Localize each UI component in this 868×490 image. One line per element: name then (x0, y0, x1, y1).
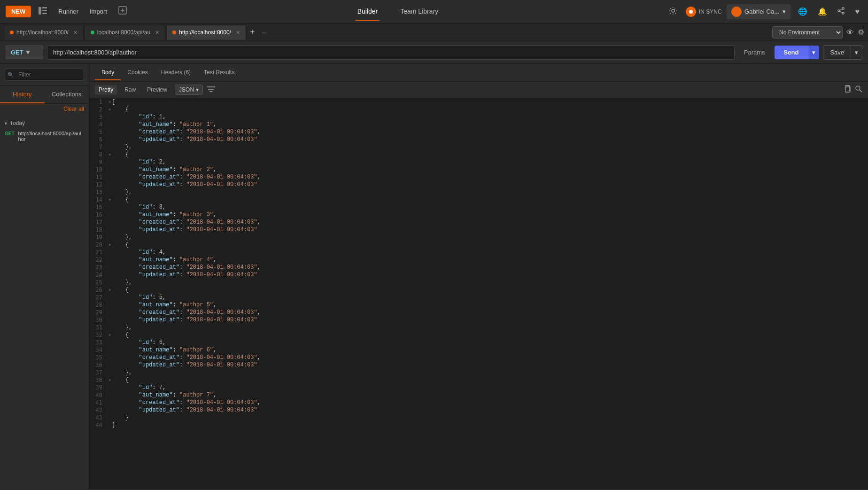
save-dropdown-button[interactable]: ▾ (851, 45, 862, 60)
settings-icon-button[interactable] (665, 4, 681, 19)
share-icon-button[interactable] (835, 5, 848, 18)
sidebar: History Collections Clear all Today GET … (0, 64, 89, 489)
code-line: 2▾ { (89, 106, 868, 113)
method-dropdown[interactable]: GET ▾ (6, 46, 43, 59)
code-line: 1▾[ (89, 98, 868, 106)
code-line: 34 "aut_name": "author 6", (89, 346, 868, 354)
tab-cookies[interactable]: Cookies (121, 65, 154, 80)
line-indicator (108, 391, 112, 399)
add-tab-button[interactable]: + (247, 27, 258, 37)
nav-team-library-tab[interactable]: Team Library (398, 3, 440, 21)
format-raw-button[interactable]: Raw (121, 85, 140, 94)
line-content: "updated_at": "2018-04-01 00:04:03" (112, 316, 868, 324)
nav-builder-tab[interactable]: Builder (356, 3, 380, 21)
format-preview-button[interactable]: Preview (143, 85, 171, 94)
copy-icon-button[interactable] (844, 85, 851, 94)
line-number: 11 (89, 173, 108, 181)
line-indicator (108, 294, 112, 301)
code-line: 4 "aut_name": "author 1", (89, 121, 868, 128)
code-line: 12 "updated_at": "2018-04-01 00:04:03" (89, 181, 868, 188)
tabs-bar: http://localhost:8000/ ✕ localhost:8000/… (0, 23, 868, 41)
code-line: 44] (89, 421, 868, 429)
tab-close-1[interactable]: ✕ (155, 30, 159, 36)
search-icon-button[interactable] (855, 85, 862, 94)
tab-0[interactable]: http://localhost:8000/ ✕ (4, 25, 84, 40)
runner-button[interactable]: Runner (54, 6, 82, 17)
line-indicator (108, 264, 112, 271)
line-content: "created_at": "2018-04-01 00:04:03", (112, 218, 868, 226)
line-content: "updated_at": "2018-04-01 00:04:03" (112, 136, 868, 143)
line-indicator (108, 166, 112, 173)
user-button[interactable]: Gabriel Ca... ▾ (727, 4, 790, 19)
line-content: "updated_at": "2018-04-01 00:04:03" (112, 226, 868, 233)
line-content: "aut_name": "author 5", (112, 301, 868, 309)
line-content: "id": 2, (112, 158, 868, 166)
params-button[interactable]: Params (738, 46, 771, 59)
eye-icon-button[interactable]: 👁 (846, 28, 854, 37)
method-badge: GET (5, 131, 15, 136)
tab-close-2[interactable]: ✕ (236, 30, 240, 36)
line-indicator: ▾ (108, 286, 112, 294)
tab-headers[interactable]: Headers (6) (155, 65, 197, 80)
nav-center: Builder Team Library (134, 3, 661, 21)
heart-icon-button[interactable]: ♥ (852, 6, 863, 18)
code-line: 36 "updated_at": "2018-04-01 00:04:03" (89, 361, 868, 369)
line-number: 29 (89, 309, 108, 316)
line-number: 15 (89, 203, 108, 211)
code-line: 39 "id": 7, (89, 384, 868, 391)
code-area: 1▾[2▾ {3 "id": 1,4 "aut_name": "author 1… (89, 98, 868, 489)
bell-icon-button[interactable]: 🔔 (815, 5, 830, 18)
collections-tab[interactable]: Collections (45, 86, 89, 103)
code-line: 27 "id": 5, (89, 294, 868, 301)
send-button[interactable]: Send (775, 46, 808, 59)
line-number: 37 (89, 369, 108, 376)
settings-button[interactable]: ⚙ (858, 28, 864, 37)
line-content: "id": 4, (112, 249, 868, 256)
new-tab-button[interactable] (115, 4, 131, 19)
line-number: 44 (89, 421, 108, 429)
line-number: 12 (89, 181, 108, 188)
format-pretty-button[interactable]: Pretty (95, 85, 117, 94)
tab-1[interactable]: localhost:8000/api/au ✕ (85, 25, 165, 40)
line-number: 42 (89, 406, 108, 414)
line-number: 22 (89, 256, 108, 264)
line-number: 14 (89, 196, 108, 203)
svg-point-8 (842, 8, 844, 9)
history-item-0[interactable]: GET http://localhost:8000/api/author (0, 128, 89, 144)
url-input[interactable] (47, 45, 735, 60)
filter-input[interactable] (5, 69, 84, 81)
clear-all-button[interactable]: Clear all (59, 104, 89, 114)
filter-icon-button[interactable] (207, 85, 215, 95)
line-indicator (108, 346, 112, 354)
tab-close-0[interactable]: ✕ (73, 30, 78, 36)
code-line: 11 "created_at": "2018-04-01 00:04:03", (89, 173, 868, 181)
history-tab[interactable]: History (0, 86, 45, 103)
line-content: { (112, 331, 868, 339)
line-indicator (108, 181, 112, 188)
save-button[interactable]: Save (823, 45, 851, 60)
line-number: 7 (89, 143, 108, 151)
line-content: { (112, 196, 868, 203)
line-content: "id": 3, (112, 203, 868, 211)
globe-icon-button[interactable]: 🌐 (795, 5, 810, 18)
line-number: 39 (89, 384, 108, 391)
tab-body[interactable]: Body (95, 65, 121, 80)
more-tabs-button[interactable]: ··· (258, 29, 270, 36)
send-dropdown-button[interactable]: ▾ (808, 46, 819, 59)
code-line: 5 "created_at": "2018-04-01 00:04:03", (89, 128, 868, 136)
format-type-select[interactable]: JSON ▾ (175, 85, 203, 95)
today-section-header[interactable]: Today (0, 118, 89, 128)
sidebar-toggle-button[interactable] (35, 5, 51, 19)
line-content: { (112, 286, 868, 294)
new-button[interactable]: NEW (6, 6, 31, 17)
code-line: 15 "id": 3, (89, 203, 868, 211)
sync-dot (686, 7, 696, 17)
import-button[interactable]: Import (86, 6, 111, 17)
tab-2[interactable]: http://localhost:8000/ ✕ (166, 25, 246, 40)
line-indicator (108, 136, 112, 143)
line-content: { (112, 151, 868, 158)
environment-select[interactable]: No Environment (772, 26, 843, 39)
line-indicator (108, 226, 112, 233)
tab-test-results[interactable]: Test Results (197, 65, 241, 80)
code-line: 3 "id": 1, (89, 113, 868, 121)
